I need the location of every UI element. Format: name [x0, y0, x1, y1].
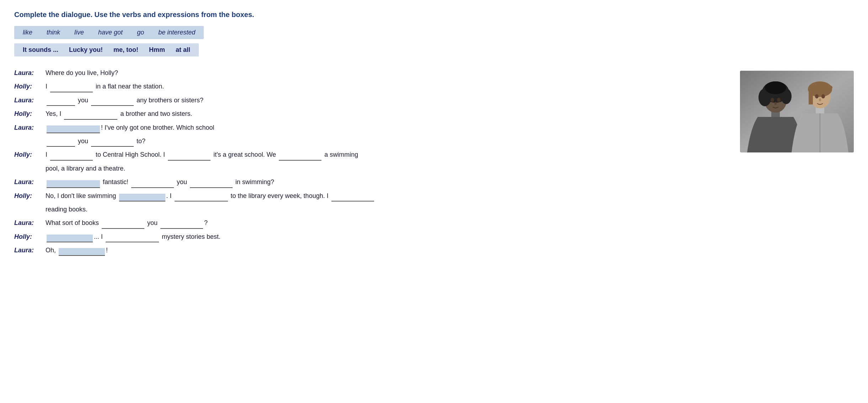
main-content: Laura: Where do you live, Holly? Holly: …	[14, 67, 854, 258]
phrase-me-too: me, too!	[113, 46, 138, 54]
line-text-8-cont: reading books.	[14, 204, 729, 215]
speaker-laura-2: Laura:	[14, 95, 43, 106]
phrase-at-all: at all	[176, 46, 190, 54]
svg-point-19	[815, 94, 819, 98]
word-like: like	[23, 29, 32, 36]
line-text-1: Where do you live, Holly?	[46, 67, 729, 79]
blank-11-filled[interactable]	[59, 248, 105, 256]
blank-9-1[interactable]	[102, 222, 144, 229]
dialogue-line-5: Laura: ! I've only got one brother. Whic…	[14, 122, 729, 133]
blank-3-2[interactable]	[91, 99, 134, 106]
speaker-laura-1: Laura:	[14, 68, 43, 79]
svg-point-21	[819, 98, 821, 101]
speaker-holly-2: Holly:	[14, 108, 43, 119]
blank-5-1[interactable]	[47, 140, 75, 147]
line-text-7: fantastic! you in swimming?	[46, 176, 729, 188]
word-have-got: have got	[98, 29, 123, 36]
instruction-text: Complete the dialogue. Use the verbs and…	[14, 11, 854, 19]
blank-4-1[interactable]	[64, 113, 117, 120]
blank-7-1[interactable]	[131, 181, 174, 188]
dialogue-line-10: Holly: ... I mystery stories best.	[14, 231, 729, 242]
blank-8-2[interactable]	[331, 194, 374, 202]
speaker-holly-4: Holly:	[14, 190, 43, 202]
dialogue-line-9: Laura: What sort of books you ?	[14, 217, 729, 229]
line-text-5-cont: you to?	[14, 135, 729, 147]
blank-8-filled[interactable]	[119, 194, 165, 202]
line-text-3: you any brothers or sisters?	[46, 95, 729, 106]
line-text-6: I to Central High School. I it's a great…	[46, 149, 729, 160]
blank-10-filled[interactable]	[47, 235, 93, 242]
dialogue-photo	[740, 71, 854, 152]
speaker-holly-3: Holly:	[14, 149, 43, 160]
blank-3-1[interactable]	[47, 99, 75, 106]
dialogue-line-6: Holly: I to Central High School. I it's …	[14, 149, 729, 160]
svg-point-10	[777, 98, 781, 102]
word-be-interested: be interested	[158, 29, 195, 36]
blank-7-2[interactable]	[190, 181, 233, 188]
word-go: go	[137, 29, 144, 36]
vocabulary-boxes: like think live have got go be intereste…	[14, 26, 854, 65]
line-text-10: ... I mystery stories best.	[46, 231, 729, 242]
image-area	[740, 71, 854, 152]
word-think: think	[47, 29, 60, 36]
blank-8-1[interactable]	[175, 194, 228, 202]
phrase-lucky-you: Lucky you!	[69, 46, 103, 54]
blank-6-3[interactable]	[279, 154, 321, 161]
line-text-8: No, I don't like swimming . I to the lib…	[46, 190, 729, 202]
dialogue-line-7: Laura: fantastic! you in swimming?	[14, 176, 729, 188]
dialogue-line-1: Laura: Where do you live, Holly?	[14, 67, 729, 79]
speaker-laura-4: Laura:	[14, 177, 43, 188]
line-text-4: Yes, I a brother and two sisters.	[46, 108, 729, 119]
svg-point-9	[771, 98, 774, 102]
blank-5-filled[interactable]	[47, 125, 100, 133]
blank-6-2[interactable]	[168, 154, 211, 161]
blank-9-2[interactable]	[160, 222, 203, 229]
speaker-holly-1: Holly:	[14, 81, 43, 92]
phrase-box: It sounds ... Lucky you! me, too! Hmm at…	[14, 43, 199, 57]
phrase-it-sounds: It sounds ...	[23, 46, 58, 54]
dialogue-section: Laura: Where do you live, Holly? Holly: …	[14, 67, 729, 258]
dialogue-line-2: Holly: I in a flat near the station.	[14, 81, 729, 92]
speaker-laura-6: Laura:	[14, 245, 43, 256]
speaker-laura-3: Laura:	[14, 122, 43, 133]
line-text-5: ! I've only got one brother. Which schoo…	[46, 122, 729, 133]
phrase-hmm: Hmm	[149, 46, 165, 54]
svg-point-20	[821, 94, 825, 98]
blank-6-1[interactable]	[50, 154, 93, 161]
dialogue-line-4: Holly: Yes, I a brother and two sisters.	[14, 108, 729, 119]
dialogue-line-11: Laura: Oh, !	[14, 245, 729, 256]
line-text-11: Oh, !	[46, 245, 729, 256]
speaker-laura-5: Laura:	[14, 217, 43, 229]
dialogue-line-8: Holly: No, I don't like swimming . I to …	[14, 190, 729, 202]
svg-rect-18	[818, 86, 832, 89]
blank-10-1[interactable]	[106, 235, 159, 242]
blank-2-1[interactable]	[50, 85, 93, 92]
word-live: live	[74, 29, 84, 36]
dialogue-line-3: Laura: you any brothers or sisters?	[14, 95, 729, 106]
svg-point-8	[765, 81, 786, 94]
line-text-2: I in a flat near the station.	[46, 81, 729, 92]
line-text-9: What sort of books you ?	[46, 217, 729, 229]
blank-5-2[interactable]	[91, 140, 134, 147]
svg-point-11	[774, 102, 777, 105]
characters-svg	[740, 71, 854, 152]
speaker-holly-5: Holly:	[14, 231, 43, 242]
verb-box: like think live have got go be intereste…	[14, 26, 204, 39]
blank-7-filled[interactable]	[47, 180, 100, 188]
line-text-6-cont: pool, a library and a theatre.	[14, 163, 729, 174]
svg-rect-17	[809, 88, 813, 104]
